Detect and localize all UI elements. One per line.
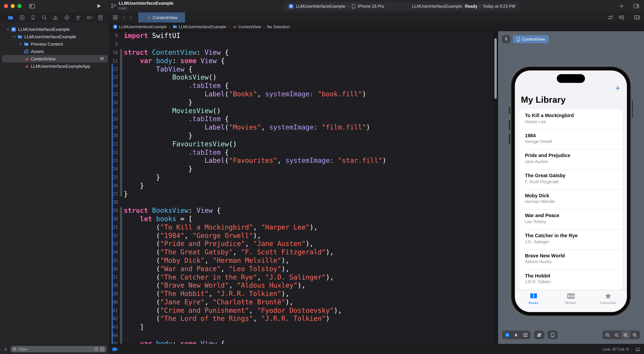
zoom-out-button[interactable]	[603, 331, 612, 338]
navigator-tab-spray-icon[interactable]	[75, 15, 81, 20]
line-number[interactable]: 8	[110, 33, 118, 39]
breadcrumb-llmuserinterfaceexample[interactable]: LLMUserInterfaceExample	[113, 24, 167, 29]
tab-contentview[interactable]: ContentView	[138, 13, 186, 23]
line-number[interactable]: 20	[110, 133, 118, 138]
line-number[interactable]: 28	[110, 199, 118, 205]
line-number[interactable]: 18	[110, 116, 118, 122]
minimize-button[interactable]	[11, 4, 15, 8]
line-number[interactable]: 31	[110, 224, 118, 230]
jump-bar[interactable]: LLMUserInterfaceExample›LLMUserInterface…	[110, 23, 498, 31]
sidebar-item-assets[interactable]: Assets	[2, 48, 108, 55]
list-item[interactable]: 1984George Orwell	[519, 129, 622, 149]
close-button[interactable]	[4, 4, 8, 8]
line-number[interactable]: 25	[110, 174, 118, 180]
line-number[interactable]: 36	[110, 266, 118, 271]
line-number[interactable]: 26	[110, 183, 118, 188]
line-number[interactable]: 21	[110, 141, 118, 147]
navigator-tab-report-icon[interactable]	[98, 15, 103, 20]
line-number[interactable]: 35	[110, 258, 118, 263]
preview-target-pill[interactable]: ContentView	[513, 35, 549, 43]
scheme-project[interactable]: LLMUserInterfaceExample	[296, 4, 346, 9]
add-editor-icon[interactable]	[634, 15, 640, 21]
zoom-actual-button[interactable]: 1	[612, 331, 621, 338]
line-number[interactable]: 39	[110, 291, 118, 296]
line-number[interactable]: 45	[110, 341, 118, 344]
list-item[interactable]: The Catcher in the RyeJ.D. Salinger	[519, 229, 622, 249]
list-item[interactable]: War and PeaceLeo Tolstoy	[519, 210, 622, 229]
preview-variants-grid-button[interactable]	[521, 331, 530, 338]
navigator-tab-bookmark-icon[interactable]	[30, 15, 36, 20]
line-number[interactable]: 40	[110, 299, 118, 305]
line-number[interactable]: 23	[110, 158, 118, 163]
list-item[interactable]: To Kill a MockingbirdHarper Lee	[519, 109, 622, 129]
line-number[interactable]: 22	[110, 150, 118, 155]
toggle-navigator-icon[interactable]	[29, 3, 35, 10]
line-number[interactable]: 19	[110, 125, 118, 130]
sidebar-item-contentview[interactable]: ContentViewM	[2, 55, 108, 62]
run-button[interactable]	[96, 3, 102, 9]
list-item[interactable]: Pride and PrejudiceJane Austen	[519, 150, 622, 169]
source-editor[interactable]: 8import SwiftUI910struct ContentView: Vi…	[110, 31, 498, 344]
editor-list-icon[interactable]	[618, 15, 624, 21]
navigator-tab-folder-icon[interactable]	[8, 15, 14, 20]
line-number[interactable]: 24	[110, 166, 118, 171]
line-number[interactable]: 43	[110, 324, 118, 330]
preview-pointer-button[interactable]	[512, 331, 521, 338]
list-item[interactable]: The HobbitJ.R.R. Tolkien	[519, 270, 622, 289]
recent-files-icon[interactable]	[94, 347, 98, 351]
related-items-icon[interactable]	[113, 15, 118, 20]
line-number[interactable]: 27	[110, 191, 118, 196]
breadcrumb-no-selection[interactable]: No Selection	[267, 24, 290, 29]
disclosure-closed-icon[interactable]	[19, 42, 22, 46]
breadcrumb-contentview[interactable]: ContentView	[232, 24, 261, 29]
navigator-tab-warning-icon[interactable]	[53, 15, 58, 20]
line-number[interactable]: 41	[110, 307, 118, 313]
breadcrumb-llmuserinterfaceexample[interactable]: LLMUserInterfaceExample	[172, 24, 226, 29]
scrollbar-thumb[interactable]	[494, 38, 497, 99]
line-number[interactable]: 44	[110, 332, 118, 338]
line-number[interactable]: 11	[110, 58, 118, 63]
add-book-button[interactable]: +	[615, 84, 620, 92]
keyboard-icon[interactable]	[635, 347, 641, 352]
swap-icon[interactable]	[608, 15, 614, 21]
line-number[interactable]: 14	[110, 83, 118, 88]
tab-books[interactable]: Books	[515, 293, 552, 312]
disclosure-open-icon[interactable]	[12, 35, 16, 39]
filter-funnel-icon[interactable]	[13, 347, 17, 351]
line-number[interactable]: 42	[110, 316, 118, 321]
back-button[interactable]	[122, 15, 126, 20]
navigator-tab-xsquare-icon[interactable]	[19, 15, 25, 20]
line-number[interactable]: 13	[110, 75, 118, 80]
sidebar-item-llmuserinterfaceexample[interactable]: LLMUserInterfaceExample	[2, 26, 108, 33]
choose-device-button[interactable]	[548, 331, 557, 338]
plus-icon[interactable]	[618, 3, 624, 9]
navigator-tab-search-icon[interactable]	[42, 15, 47, 20]
sidebar-item-llmuserinterfaceexampleapp[interactable]: LLMUserInterfaceExampleApp	[2, 62, 108, 70]
line-number[interactable]: 34	[110, 249, 118, 255]
line-number[interactable]: 33	[110, 241, 118, 246]
preview-play-circle-button[interactable]	[503, 331, 512, 338]
line-number[interactable]: 30	[110, 216, 118, 221]
zoom-in-button[interactable]	[630, 331, 639, 338]
disclosure-open-icon[interactable]	[6, 27, 10, 31]
list-item[interactable]: Moby DickHerman Melville	[519, 190, 622, 210]
navigator-tab-tag-icon[interactable]	[86, 15, 92, 20]
sidebar-item-llmuserinterfaceexample[interactable]: LLMUserInterfaceExample	[2, 33, 108, 40]
filter-input[interactable]: Filter	[11, 346, 106, 352]
line-number[interactable]: 12	[110, 66, 118, 72]
add-file-icon[interactable]	[3, 347, 8, 351]
line-number[interactable]: 37	[110, 274, 118, 280]
line-number[interactable]: 16	[110, 100, 118, 105]
list-item[interactable]: The Great GatsbyF. Scott Fitzgerald	[519, 169, 622, 189]
line-number[interactable]: 10	[110, 50, 118, 55]
forward-button[interactable]	[128, 15, 133, 20]
panel-right-icon[interactable]	[633, 3, 639, 9]
tab-favourites[interactable]: Favourites	[590, 293, 627, 312]
zoom-fit-button[interactable]	[621, 331, 630, 338]
navigator-tab-test-diamond-icon[interactable]	[64, 15, 70, 20]
list-item[interactable]: Brave New WorldAldous Huxley	[519, 250, 622, 270]
line-number[interactable]: 9	[110, 41, 118, 47]
device-settings-button[interactable]	[535, 331, 544, 338]
scheme-status-pill[interactable]: LLMUserInterfaceExample › iPhone 16 Pro …	[284, 2, 519, 11]
line-number[interactable]: 29	[110, 208, 118, 213]
